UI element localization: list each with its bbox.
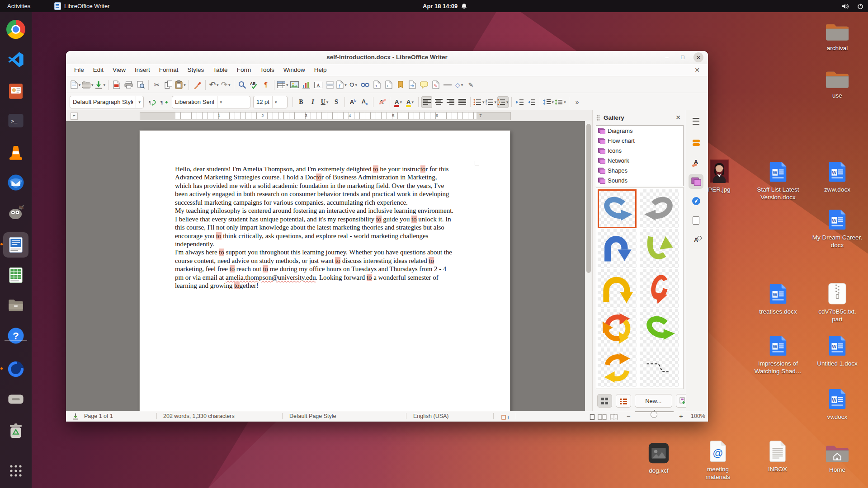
insert-special-character-button[interactable]: Ω▾ (348, 79, 359, 91)
insert-endnote-button[interactable]: i (383, 79, 394, 91)
copy-button[interactable] (163, 79, 174, 91)
insert-bookmark-button[interactable] (395, 79, 406, 91)
ordered-list-button[interactable]: 1.2.3.▾ (486, 96, 497, 108)
chevron-down-icon[interactable]: ▾ (228, 83, 231, 87)
align-right-button[interactable] (445, 96, 456, 108)
desktop-icon-staff-list[interactable]: WStaff List LatestVersion.docx (749, 158, 807, 201)
paste-button[interactable]: ▾ (175, 79, 186, 91)
paragraph-style-combo[interactable]: Default Paragraph Style ▾ (70, 96, 144, 108)
print-preview-button[interactable] (135, 79, 146, 91)
chevron-down-icon[interactable]: ▾ (217, 83, 219, 87)
gallery-theme-network[interactable]: Network (596, 155, 683, 165)
tab-stop-selector[interactable]: ⌐ (71, 113, 78, 120)
scrollbar-handle[interactable] (586, 124, 591, 273)
subscript-button[interactable]: Ab (359, 96, 370, 108)
page-count[interactable]: Page 1 of 1 (84, 411, 113, 421)
insert-footnote-button[interactable]: 1 (372, 79, 382, 91)
dock-item-help[interactable]: ? (3, 323, 28, 348)
gallery-theme-diagrams[interactable]: Diagrams (596, 126, 683, 136)
desktop-icon-my-dream-career[interactable]: WMy Dream Career.docx (808, 206, 867, 249)
insert-cross-reference-button[interactable] (407, 79, 418, 91)
chevron-down-icon[interactable]: ▾ (91, 83, 94, 87)
desktop-icon-meeting-materials[interactable]: @meetingmaterials (689, 437, 747, 481)
clock-menu[interactable]: Apr 18 14:09 (423, 3, 467, 9)
chevron-down-icon[interactable]: ▾ (495, 100, 497, 104)
close-button[interactable]: ✕ (693, 52, 703, 62)
selection-mode-icon[interactable]: I (501, 413, 510, 423)
insert-horizontal-line-button[interactable] (442, 79, 453, 91)
insert-hyperlink-button[interactable] (360, 79, 371, 91)
text-language[interactable]: English (USA) (413, 411, 449, 421)
gallery-item-circular-arrow-green[interactable] (640, 309, 679, 347)
close-document-icon[interactable]: ✕ (690, 64, 704, 76)
gallery-item-cycle-arrows-tricolor[interactable] (598, 309, 637, 347)
dock-item-chrome[interactable] (3, 17, 28, 42)
dock-item-thunderbird[interactable] (3, 170, 28, 195)
font-size-combo[interactable]: 12 pt ▾ (253, 96, 288, 108)
window-titlebar[interactable]: self-introduction.docx - LibreOffice Wri… (66, 51, 708, 64)
save-button[interactable]: ▾ (94, 79, 106, 91)
menu-insert[interactable]: Insert (130, 64, 155, 76)
gallery-theme-shapes[interactable]: Shapes (596, 165, 683, 175)
font-name-combo[interactable]: Liberation Serif ▾ (172, 96, 250, 108)
page-style[interactable]: Default Page Style (289, 411, 336, 421)
chevron-down-icon[interactable]: ▾ (79, 83, 81, 87)
close-gallery-icon[interactable]: ✕ (674, 114, 683, 121)
sidebar-tab-sidebar-settings[interactable] (689, 114, 703, 129)
maximize-button[interactable]: ☐ (678, 52, 688, 62)
new-document-button[interactable]: ▾ (70, 79, 81, 91)
sidebar-tab-page[interactable] (689, 213, 703, 228)
gallery-thumbnails[interactable] (596, 187, 684, 389)
gallery-item-cycle-arrows-orange-yellow[interactable] (598, 348, 637, 387)
italic-button[interactable]: I (307, 96, 318, 108)
unsaved-changes-icon[interactable] (72, 413, 79, 423)
dock-item-files[interactable] (3, 293, 28, 318)
gallery-item-u-turn-arrow-blue[interactable] (598, 229, 637, 268)
dock-item-gimp[interactable] (3, 200, 28, 225)
font-color-button[interactable]: A▾ (393, 96, 404, 108)
book-view-icon[interactable] (609, 413, 618, 423)
dock-item-trash[interactable] (3, 418, 28, 444)
insert-text-box-button[interactable]: A (313, 79, 324, 91)
desktop-icon-impressions[interactable]: WImpressions ofWatching Shad… (749, 332, 807, 375)
draw-functions-button[interactable]: ✎ (466, 79, 476, 91)
increase-indent-button[interactable] (514, 96, 525, 108)
sidebar-tab-style-inspector[interactable]: A (689, 232, 703, 247)
decrease-indent-button[interactable] (526, 96, 537, 108)
chevron-down-icon[interactable]: ▾ (564, 100, 566, 104)
desktop-icon-treatises[interactable]: Wtreatises.docx (749, 280, 807, 315)
chevron-down-icon[interactable]: ▾ (326, 100, 329, 104)
desktop-icon-dog-xcf[interactable]: dog.xcf (629, 439, 688, 474)
export-pdf-button[interactable] (111, 79, 122, 91)
chevron-down-icon[interactable]: ▾ (184, 83, 186, 87)
menu-window[interactable]: Window (279, 64, 310, 76)
menu-styles[interactable]: Styles (183, 64, 209, 76)
gallery-item-circular-arrow-gray[interactable] (640, 189, 679, 228)
chevron-down-icon[interactable]: ▾ (272, 96, 277, 108)
track-changes-button[interactable]: ✎ (430, 79, 441, 91)
align-justify-button[interactable] (457, 96, 467, 108)
cut-button[interactable]: ✂ (151, 79, 162, 91)
menu-help[interactable]: Help (310, 64, 331, 76)
menu-table[interactable]: Table (208, 64, 232, 76)
gallery-item-loop-arrow-red[interactable] (640, 269, 679, 308)
gallery-item-curved-up-arrow-green[interactable] (640, 229, 679, 268)
new-theme-button[interactable]: New... (635, 394, 672, 408)
align-left-button[interactable] (421, 96, 432, 108)
desktop-icon-cdv7bb5c[interactable]: cdV7bB5c.txt.part (808, 280, 867, 323)
chevron-down-icon[interactable]: ▾ (217, 96, 222, 108)
desktop-icon-use[interactable]: use (808, 64, 867, 99)
chevron-down-icon[interactable]: ▾ (104, 83, 106, 87)
chevron-down-icon[interactable]: ▾ (552, 100, 554, 104)
basic-shapes-button[interactable]: ◇▾ (454, 79, 465, 91)
dock-item-calc[interactable] (3, 263, 28, 288)
clear-formatting-button[interactable]: A (376, 96, 387, 108)
gallery-item-circular-arrow-blue[interactable] (598, 189, 637, 228)
underline-button[interactable]: U▾ (319, 96, 330, 108)
gallery-theme-sounds[interactable]: Sounds (596, 175, 683, 185)
insert-comment-button[interactable] (419, 79, 429, 91)
chevron-down-icon[interactable]: ▾ (482, 100, 485, 104)
chevron-down-icon[interactable]: ▾ (136, 96, 141, 108)
sidebar-tab-properties[interactable] (689, 135, 703, 150)
chevron-down-icon[interactable]: ▾ (461, 83, 463, 87)
